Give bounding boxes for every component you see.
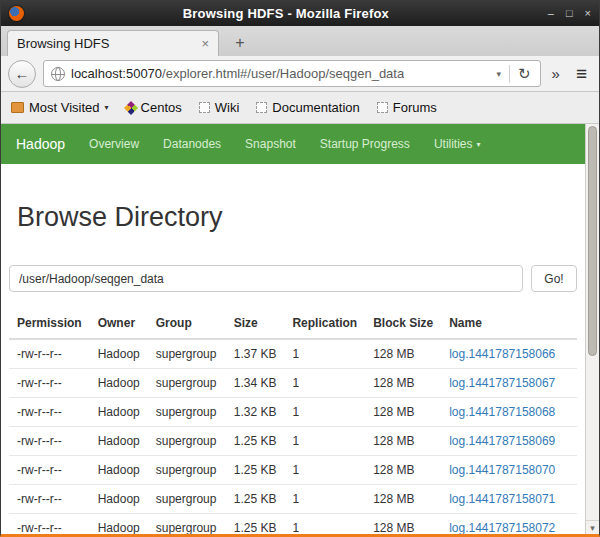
url-path: /explorer.html#/user/Hadoop/seqgen_data: [162, 66, 404, 81]
bookmark-label: Wiki: [215, 100, 240, 115]
file-link[interactable]: log.1441787158069: [449, 434, 555, 448]
maximize-button[interactable]: □: [566, 8, 573, 19]
column-header-size: Size: [226, 308, 285, 339]
cell-permission: -rw-r--r--: [9, 485, 90, 514]
window-title: Browsing HDFS - Mozilla Firefox: [24, 6, 548, 21]
cell-name: log.1441787158071: [441, 485, 577, 514]
cell-name: log.1441787158069: [441, 427, 577, 456]
tab-close-icon[interactable]: ×: [201, 36, 209, 51]
navbar-brand-hadoop[interactable]: Hadoop: [16, 136, 65, 152]
bookmark-label: Documentation: [272, 100, 359, 115]
folder-icon: [11, 102, 24, 113]
cell-block-size: 128 MB: [365, 514, 441, 535]
file-link[interactable]: log.1441787158067: [449, 376, 555, 390]
cell-replication: 1: [284, 514, 365, 535]
scroll-down-button[interactable]: ▾: [586, 520, 599, 534]
go-button[interactable]: Go!: [531, 265, 577, 292]
scrollbar[interactable]: ▾: [585, 124, 599, 534]
bookmarks-toolbar: Most Visited ▾ Centos Wiki Documentation…: [1, 92, 599, 124]
nav-item-startup-progress[interactable]: Startup Progress: [320, 137, 410, 151]
browser-viewport: Hadoop Overview Datanodes Snapshot Start…: [1, 124, 599, 534]
cell-name: log.1441787158067: [441, 369, 577, 398]
url-text[interactable]: localhost:50070 /explorer.html#/user/Had…: [71, 66, 488, 81]
path-form: Go!: [9, 265, 577, 292]
page-title: Browse Directory: [17, 202, 569, 233]
nav-item-snapshot[interactable]: Snapshot: [245, 137, 296, 151]
cell-owner: Hadoop: [90, 339, 148, 369]
table-row: -rw-r--r-- Hadoop supergroup 1.37 KB 1 1…: [9, 339, 577, 369]
bookmark-documentation[interactable]: Documentation: [256, 100, 359, 115]
cell-permission: -rw-r--r--: [9, 427, 90, 456]
cell-size: 1.25 KB: [226, 456, 285, 485]
cell-name: log.1441787158070: [441, 456, 577, 485]
hadoop-navbar: Hadoop Overview Datanodes Snapshot Start…: [1, 124, 585, 164]
table-row: -rw-r--r-- Hadoop supergroup 1.25 KB 1 1…: [9, 427, 577, 456]
nav-item-overview[interactable]: Overview: [89, 137, 139, 151]
bookmark-label: Forums: [393, 100, 437, 115]
url-divider: [509, 65, 510, 83]
url-host: localhost:50070: [71, 66, 162, 81]
column-header-owner: Owner: [90, 308, 148, 339]
table-row: -rw-r--r-- Hadoop supergroup 1.25 KB 1 1…: [9, 514, 577, 535]
cell-group: supergroup: [148, 339, 226, 369]
file-link[interactable]: log.1441787158071: [449, 492, 555, 506]
cell-size: 1.37 KB: [226, 339, 285, 369]
close-button[interactable]: ×: [585, 8, 591, 19]
bookmark-forums[interactable]: Forums: [377, 100, 437, 115]
navigation-toolbar: ← localhost:50070 /explorer.html#/user/H…: [1, 56, 599, 92]
window-controls: – □ ×: [548, 8, 591, 19]
hamburger-menu-icon[interactable]: ≡: [571, 63, 592, 85]
bookmark-wiki[interactable]: Wiki: [199, 100, 240, 115]
bookmark-label: Most Visited: [29, 100, 100, 115]
column-header-permission: Permission: [9, 308, 90, 339]
title-bar: Browsing HDFS - Mozilla Firefox – □ ×: [1, 0, 599, 26]
cell-permission: -rw-r--r--: [9, 514, 90, 535]
bookmark-most-visited[interactable]: Most Visited ▾: [11, 100, 109, 115]
cell-size: 1.25 KB: [226, 427, 285, 456]
cell-block-size: 128 MB: [365, 427, 441, 456]
back-button[interactable]: ←: [8, 60, 36, 88]
column-header-block-size: Block Size: [365, 308, 441, 339]
table-row: -rw-r--r-- Hadoop supergroup 1.25 KB 1 1…: [9, 456, 577, 485]
cell-name: log.1441787158066: [441, 339, 577, 369]
minimize-button[interactable]: –: [548, 8, 554, 19]
table-row: -rw-r--r-- Hadoop supergroup 1.25 KB 1 1…: [9, 485, 577, 514]
scrollbar-thumb[interactable]: [588, 126, 597, 356]
cell-block-size: 128 MB: [365, 369, 441, 398]
cell-owner: Hadoop: [90, 514, 148, 535]
bookmark-centos[interactable]: Centos: [126, 100, 182, 115]
centos-icon: [124, 100, 138, 114]
scrollbar-track[interactable]: [586, 356, 599, 520]
cell-permission: -rw-r--r--: [9, 369, 90, 398]
url-dropdown-icon[interactable]: ▾: [494, 69, 503, 79]
file-link[interactable]: log.1441787158072: [449, 521, 555, 534]
chevron-down-icon: ▾: [105, 103, 109, 112]
file-link[interactable]: log.1441787158070: [449, 463, 555, 477]
cell-replication: 1: [284, 456, 365, 485]
cell-replication: 1: [284, 339, 365, 369]
file-link[interactable]: log.1441787158066: [449, 347, 555, 361]
bookmark-page-icon: [199, 102, 210, 113]
cell-size: 1.34 KB: [226, 369, 285, 398]
nav-item-label: Overview: [89, 137, 139, 151]
url-bar[interactable]: localhost:50070 /explorer.html#/user/Had…: [43, 60, 541, 87]
bookmark-label: Centos: [141, 100, 182, 115]
directory-path-input[interactable]: [9, 265, 523, 292]
column-header-replication: Replication: [284, 308, 365, 339]
cell-permission: -rw-r--r--: [9, 339, 90, 369]
cell-group: supergroup: [148, 398, 226, 427]
file-link[interactable]: log.1441787158068: [449, 405, 555, 419]
nav-item-label: Datanodes: [163, 137, 221, 151]
nav-item-datanodes[interactable]: Datanodes: [163, 137, 221, 151]
new-tab-button[interactable]: +: [227, 32, 253, 54]
table-row: -rw-r--r-- Hadoop supergroup 1.34 KB 1 1…: [9, 369, 577, 398]
site-identity-globe-icon[interactable]: [51, 67, 65, 81]
reload-icon[interactable]: ↻: [516, 65, 533, 83]
nav-item-label: Utilities: [434, 137, 473, 151]
overflow-chevron-icon[interactable]: »: [548, 65, 564, 82]
tab-browsing-hdfs[interactable]: Browsing HDFS ×: [7, 30, 219, 56]
nav-item-utilities[interactable]: Utilities ▾: [434, 137, 481, 151]
bookmark-page-icon: [256, 102, 267, 113]
page-content-column: Hadoop Overview Datanodes Snapshot Start…: [1, 124, 585, 534]
table-row: -rw-r--r-- Hadoop supergroup 1.32 KB 1 1…: [9, 398, 577, 427]
